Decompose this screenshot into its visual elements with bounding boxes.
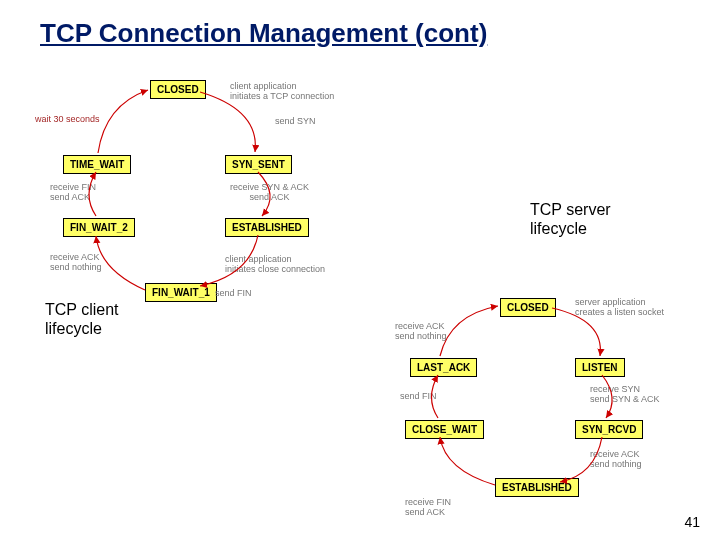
server-note-recv-fin: receive FINsend ACK	[405, 498, 451, 518]
client-note-recv-synack: receive SYN & ACKsend ACK	[230, 183, 309, 203]
client-note-init: client applicationinitiates a TCP connec…	[230, 82, 334, 102]
server-state-syn-rcvd: SYN_RCVD	[575, 420, 643, 439]
server-note-recv-ack2: receive ACKsend nothing	[395, 322, 447, 342]
server-note-create-socket: server applicationcreates a listen socke…	[575, 298, 664, 318]
client-state-established: ESTABLISHED	[225, 218, 309, 237]
client-state-time-wait: TIME_WAIT	[63, 155, 131, 174]
caption-server: TCP serverlifecycle	[530, 200, 611, 238]
client-note-close: client applicationinitiates close connec…	[225, 255, 325, 275]
server-state-listen: LISTEN	[575, 358, 625, 377]
server-state-closed: CLOSED	[500, 298, 556, 317]
server-state-established: ESTABLISHED	[495, 478, 579, 497]
server-note-recv-ack: receive ACKsend nothing	[590, 450, 642, 470]
server-state-close-wait: CLOSE_WAIT	[405, 420, 484, 439]
client-note-send-syn: send SYN	[275, 117, 316, 127]
server-state-last-ack: LAST_ACK	[410, 358, 477, 377]
caption-client: TCP clientlifecycle	[45, 300, 119, 338]
server-note-recv-syn: receive SYNsend SYN & ACK	[590, 385, 660, 405]
client-state-syn-sent: SYN_SENT	[225, 155, 292, 174]
client-state-fin-wait-1: FIN_WAIT_1	[145, 283, 217, 302]
page-number: 41	[684, 514, 700, 530]
slide-title: TCP Connection Management (cont)	[40, 18, 487, 49]
client-note-send-fin: send FIN	[215, 289, 252, 299]
client-note-wait30: wait 30 seconds	[35, 115, 100, 125]
client-state-fin-wait-2: FIN_WAIT_2	[63, 218, 135, 237]
server-note-send-fin: send FIN	[400, 392, 437, 402]
client-note-recv-fin: receive FINsend ACK	[50, 183, 96, 203]
client-state-closed: CLOSED	[150, 80, 206, 99]
client-note-recv-ack: receive ACKsend nothing	[50, 253, 102, 273]
